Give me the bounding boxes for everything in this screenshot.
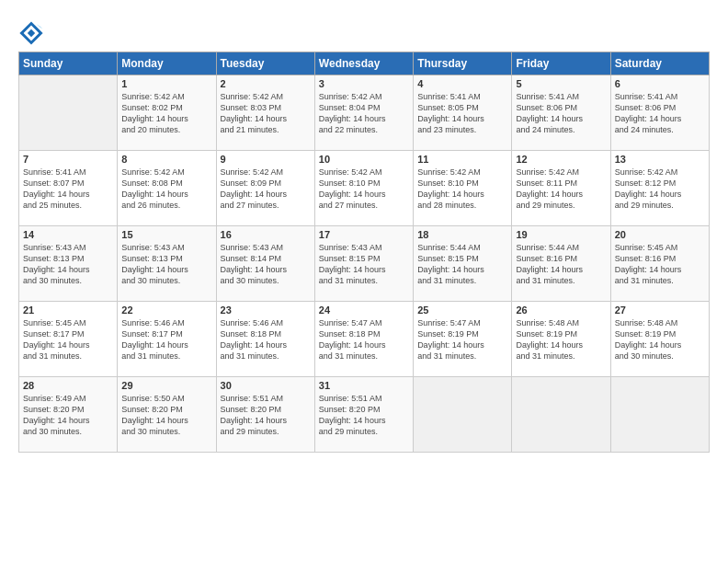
cell-info: Sunrise: 5:45 AM Sunset: 8:17 PM Dayligh…	[23, 317, 113, 362]
day-number: 23	[221, 304, 311, 316]
calendar-cell: 13Sunrise: 5:42 AM Sunset: 8:12 PM Dayli…	[610, 151, 709, 226]
day-number: 14	[23, 229, 113, 240]
day-number: 31	[319, 380, 409, 391]
cell-info: Sunrise: 5:43 AM Sunset: 8:13 PM Dayligh…	[23, 242, 113, 287]
cell-info: Sunrise: 5:44 AM Sunset: 8:15 PM Dayligh…	[417, 242, 507, 287]
calendar-cell	[414, 377, 512, 453]
cell-info: Sunrise: 5:42 AM Sunset: 8:08 PM Dayligh…	[121, 167, 211, 212]
calendar-cell: 22Sunrise: 5:46 AM Sunset: 8:17 PM Dayli…	[118, 302, 216, 377]
cell-info: Sunrise: 5:42 AM Sunset: 8:02 PM Dayligh…	[121, 91, 211, 136]
day-number: 15	[121, 229, 211, 240]
calendar-cell: 4Sunrise: 5:41 AM Sunset: 8:05 PM Daylig…	[414, 75, 512, 151]
cell-info: Sunrise: 5:46 AM Sunset: 8:17 PM Dayligh…	[121, 317, 211, 362]
week-row-1: 7Sunrise: 5:41 AM Sunset: 8:07 PM Daylig…	[19, 151, 710, 226]
weekday-tuesday: Tuesday	[216, 52, 314, 75]
day-number: 20	[615, 229, 705, 240]
cell-info: Sunrise: 5:41 AM Sunset: 8:07 PM Dayligh…	[23, 167, 113, 212]
day-number: 6	[615, 78, 705, 89]
calendar-cell: 15Sunrise: 5:43 AM Sunset: 8:13 PM Dayli…	[118, 226, 216, 302]
header	[18, 17, 710, 46]
cell-info: Sunrise: 5:41 AM Sunset: 8:06 PM Dayligh…	[615, 91, 705, 136]
cell-info: Sunrise: 5:43 AM Sunset: 8:14 PM Dayligh…	[221, 242, 311, 287]
day-number: 21	[23, 304, 113, 316]
logo	[18, 20, 46, 46]
calendar-cell: 11Sunrise: 5:42 AM Sunset: 8:10 PM Dayli…	[414, 151, 512, 226]
calendar: SundayMondayTuesdayWednesdayThursdayFrid…	[18, 52, 710, 453]
calendar-cell: 30Sunrise: 5:51 AM Sunset: 8:20 PM Dayli…	[216, 377, 314, 453]
calendar-cell: 31Sunrise: 5:51 AM Sunset: 8:20 PM Dayli…	[314, 377, 413, 453]
calendar-cell: 6Sunrise: 5:41 AM Sunset: 8:06 PM Daylig…	[610, 75, 709, 151]
calendar-cell: 23Sunrise: 5:46 AM Sunset: 8:18 PM Dayli…	[216, 302, 314, 377]
calendar-cell	[512, 377, 610, 453]
day-number: 5	[516, 78, 606, 89]
cell-info: Sunrise: 5:45 AM Sunset: 8:16 PM Dayligh…	[615, 242, 705, 287]
day-number: 10	[319, 154, 409, 165]
calendar-cell: 8Sunrise: 5:42 AM Sunset: 8:08 PM Daylig…	[118, 151, 216, 226]
calendar-cell: 1Sunrise: 5:42 AM Sunset: 8:02 PM Daylig…	[118, 75, 216, 151]
cell-info: Sunrise: 5:46 AM Sunset: 8:18 PM Dayligh…	[221, 317, 311, 362]
cell-info: Sunrise: 5:48 AM Sunset: 8:19 PM Dayligh…	[615, 317, 705, 362]
day-number: 16	[221, 229, 311, 240]
weekday-thursday: Thursday	[414, 52, 512, 75]
day-number: 27	[615, 304, 705, 316]
day-number: 7	[23, 154, 113, 165]
cell-info: Sunrise: 5:47 AM Sunset: 8:19 PM Dayligh…	[417, 317, 507, 362]
week-row-2: 14Sunrise: 5:43 AM Sunset: 8:13 PM Dayli…	[19, 226, 710, 302]
calendar-cell: 20Sunrise: 5:45 AM Sunset: 8:16 PM Dayli…	[610, 226, 709, 302]
calendar-cell: 25Sunrise: 5:47 AM Sunset: 8:19 PM Dayli…	[414, 302, 512, 377]
cell-info: Sunrise: 5:41 AM Sunset: 8:05 PM Dayligh…	[417, 91, 507, 136]
day-number: 29	[121, 380, 211, 391]
page: SundayMondayTuesdayWednesdayThursdayFrid…	[0, 0, 728, 462]
calendar-cell	[19, 75, 118, 151]
logo-icon	[18, 20, 44, 46]
cell-info: Sunrise: 5:49 AM Sunset: 8:20 PM Dayligh…	[23, 393, 113, 438]
day-number: 22	[121, 304, 211, 316]
day-number: 4	[417, 78, 507, 89]
day-number: 30	[221, 380, 311, 391]
weekday-header-row: SundayMondayTuesdayWednesdayThursdayFrid…	[19, 52, 710, 75]
cell-info: Sunrise: 5:42 AM Sunset: 8:04 PM Dayligh…	[319, 91, 409, 136]
cell-info: Sunrise: 5:42 AM Sunset: 8:10 PM Dayligh…	[417, 167, 507, 212]
calendar-cell: 16Sunrise: 5:43 AM Sunset: 8:14 PM Dayli…	[216, 226, 314, 302]
calendar-cell: 5Sunrise: 5:41 AM Sunset: 8:06 PM Daylig…	[512, 75, 610, 151]
week-row-0: 1Sunrise: 5:42 AM Sunset: 8:02 PM Daylig…	[19, 75, 710, 151]
calendar-cell: 27Sunrise: 5:48 AM Sunset: 8:19 PM Dayli…	[610, 302, 709, 377]
day-number: 24	[319, 304, 409, 316]
calendar-cell: 29Sunrise: 5:50 AM Sunset: 8:20 PM Dayli…	[118, 377, 216, 453]
weekday-monday: Monday	[118, 52, 216, 75]
calendar-cell: 24Sunrise: 5:47 AM Sunset: 8:18 PM Dayli…	[314, 302, 413, 377]
cell-info: Sunrise: 5:47 AM Sunset: 8:18 PM Dayligh…	[319, 317, 409, 362]
calendar-cell: 7Sunrise: 5:41 AM Sunset: 8:07 PM Daylig…	[19, 151, 118, 226]
day-number: 19	[516, 229, 606, 240]
day-number: 26	[516, 304, 606, 316]
calendar-cell	[610, 377, 709, 453]
cell-info: Sunrise: 5:42 AM Sunset: 8:11 PM Dayligh…	[516, 167, 606, 212]
calendar-cell: 2Sunrise: 5:42 AM Sunset: 8:03 PM Daylig…	[216, 75, 314, 151]
calendar-cell: 3Sunrise: 5:42 AM Sunset: 8:04 PM Daylig…	[314, 75, 413, 151]
calendar-cell: 12Sunrise: 5:42 AM Sunset: 8:11 PM Dayli…	[512, 151, 610, 226]
day-number: 1	[121, 78, 211, 89]
day-number: 28	[23, 380, 113, 391]
calendar-cell: 9Sunrise: 5:42 AM Sunset: 8:09 PM Daylig…	[216, 151, 314, 226]
cell-info: Sunrise: 5:42 AM Sunset: 8:09 PM Dayligh…	[221, 167, 311, 212]
cell-info: Sunrise: 5:50 AM Sunset: 8:20 PM Dayligh…	[121, 393, 211, 438]
weekday-saturday: Saturday	[610, 52, 709, 75]
day-number: 11	[417, 154, 507, 165]
cell-info: Sunrise: 5:42 AM Sunset: 8:12 PM Dayligh…	[615, 167, 705, 212]
calendar-cell: 21Sunrise: 5:45 AM Sunset: 8:17 PM Dayli…	[19, 302, 118, 377]
day-number: 25	[417, 304, 507, 316]
cell-info: Sunrise: 5:48 AM Sunset: 8:19 PM Dayligh…	[516, 317, 606, 362]
day-number: 3	[319, 78, 409, 89]
calendar-cell: 17Sunrise: 5:43 AM Sunset: 8:15 PM Dayli…	[314, 226, 413, 302]
cell-info: Sunrise: 5:42 AM Sunset: 8:10 PM Dayligh…	[319, 167, 409, 212]
day-number: 12	[516, 154, 606, 165]
calendar-cell: 19Sunrise: 5:44 AM Sunset: 8:16 PM Dayli…	[512, 226, 610, 302]
week-row-3: 21Sunrise: 5:45 AM Sunset: 8:17 PM Dayli…	[19, 302, 710, 377]
day-number: 17	[319, 229, 409, 240]
day-number: 18	[417, 229, 507, 240]
weekday-sunday: Sunday	[19, 52, 118, 75]
cell-info: Sunrise: 5:44 AM Sunset: 8:16 PM Dayligh…	[516, 242, 606, 287]
cell-info: Sunrise: 5:51 AM Sunset: 8:20 PM Dayligh…	[319, 393, 409, 438]
cell-info: Sunrise: 5:51 AM Sunset: 8:20 PM Dayligh…	[221, 393, 311, 438]
weekday-wednesday: Wednesday	[314, 52, 413, 75]
